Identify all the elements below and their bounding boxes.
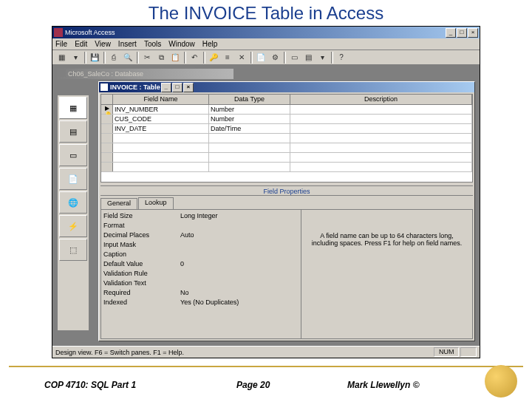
sidebar-modules[interactable]: ⬚ [59,239,87,261]
undo-button[interactable]: ↶ [188,51,201,64]
table-window-title: INVOICE : Table [110,83,160,91]
prop-value[interactable]: Auto [177,231,299,241]
data-type-cell[interactable]: Number [209,105,290,114]
table-row[interactable]: CUS_CODE Number [101,115,472,124]
table-design-window: INVOICE : Table _ □ × Field Name Data Ty… [98,81,475,341]
prop-label: Input Mask [103,241,177,250]
status-left: Design view. F6 = Switch panes. F1 = Hel… [55,349,184,356]
footer-left: COP 4710: SQL Part 1 [44,380,136,390]
delrow-button[interactable]: ✕ [235,51,248,64]
sidebar-tables[interactable]: ▦ [59,97,87,119]
access-app-window: Microsoft Access _ □ × File Edit View In… [52,26,480,358]
table-row[interactable] [101,153,472,163]
field-name-cell[interactable]: CUS_CODE [113,115,209,123]
close-button[interactable]: × [468,28,478,38]
dropdown2-icon[interactable]: ▾ [316,51,329,64]
menu-file[interactable]: File [55,40,67,48]
app-titlebar: Microsoft Access _ □ × [52,27,480,38]
table-row[interactable] [101,163,472,172]
sidebar-pages[interactable]: 🌐 [59,191,87,214]
description-cell[interactable] [290,124,472,133]
description-cell[interactable] [290,115,472,123]
prop-label: Default Value [103,260,177,270]
key-button[interactable]: 🔑 [207,51,220,64]
field-name-cell[interactable]: INV_NUMBER [113,105,209,114]
objects-sidebar: ▦ ▤ ▭ 📄 🌐 ⚡ ⬚ [57,95,89,331]
table-close-button[interactable]: × [183,83,194,92]
prop-value[interactable]: Yes (No Duplicates) [177,299,299,308]
prop-label: Required [103,289,177,299]
prop-value[interactable] [177,270,299,279]
save-button[interactable]: 💾 [88,51,101,64]
description-cell[interactable] [290,105,472,114]
data-type-cell[interactable]: Number [209,115,290,123]
prop-value[interactable] [177,222,299,231]
builder-button[interactable]: ⚙ [268,51,282,64]
menu-view[interactable]: View [95,40,111,48]
maximize-button[interactable]: □ [457,28,467,38]
prop-value[interactable]: Long Integer [177,212,299,222]
table-minimize-button[interactable]: _ [161,83,171,92]
table-row[interactable] [101,134,472,143]
table-row[interactable]: INV_DATE Date/Time [101,124,472,134]
status-num: NUM [434,347,460,357]
prop-value[interactable]: 0 [177,260,299,270]
print-button[interactable]: ⎙ [107,51,120,64]
prop-label: Field Size [103,212,177,222]
menu-help[interactable]: Help [202,40,218,48]
col-field-name[interactable]: Field Name [113,95,209,104]
sidebar-macros[interactable]: ⚡ [59,215,87,237]
table-icon [100,83,108,91]
table-maximize-button[interactable]: □ [172,83,183,92]
prop-label: Decimal Places [103,231,177,241]
newobj-button[interactable]: ▤ [301,51,315,64]
slide-title: The INVOICE Table in Access [0,0,532,25]
ucf-logo [485,365,517,398]
sidebar-forms[interactable]: ▭ [59,144,87,166]
table-row[interactable]: ▶🔑 INV_NUMBER Number [101,105,472,115]
row-selector[interactable] [101,124,113,133]
paste-button[interactable]: 📋 [168,51,182,64]
table-row[interactable] [101,143,472,153]
data-type-cell[interactable]: Date/Time [209,124,290,133]
database-window[interactable]: Ch06_SaleCo : Database [57,68,234,80]
row-selector[interactable] [101,115,113,123]
menu-window[interactable]: Window [168,40,195,48]
copy-button[interactable]: ⧉ [154,51,168,64]
cut-button[interactable]: ✂ [140,51,154,64]
rows-button[interactable]: ≡ [221,51,234,64]
status-bar: Design view. F6 = Switch panes. F1 = Hel… [52,346,480,358]
field-name-cell[interactable]: INV_DATE [113,124,209,133]
menu-tools[interactable]: Tools [144,40,161,48]
prop-label: Validation Text [103,279,177,289]
properties-list: Field SizeLong Integer Format Decimal Pl… [101,210,301,338]
props-button[interactable]: 📄 [254,51,267,64]
dbwin-button[interactable]: ▭ [287,51,301,64]
slide-footer: COP 4710: SQL Part 1 Page 20 Mark Llewel… [0,366,532,399]
pk-icon[interactable]: ▶🔑 [101,105,113,114]
minimize-button[interactable]: _ [446,28,456,38]
mdi-area: ▦ ▤ ▭ 📄 🌐 ⚡ ⬚ Ch06_SaleCo : Database INV… [52,65,480,346]
prop-label: Format [103,222,177,231]
tab-general[interactable]: General [100,198,137,210]
prop-value[interactable] [177,250,299,260]
prop-value[interactable] [177,279,299,289]
menu-edit[interactable]: Edit [75,40,87,48]
sidebar-queries[interactable]: ▤ [59,120,87,143]
menu-insert[interactable]: Insert [118,40,137,48]
tab-lookup[interactable]: Lookup [138,197,174,209]
help-text: A field name can be up to 64 characters … [301,210,472,338]
col-data-type[interactable]: Data Type [209,95,290,104]
dropdown-icon[interactable]: ▾ [69,51,82,64]
help-button[interactable]: ? [335,51,348,64]
col-description[interactable]: Description [290,95,472,104]
preview-button[interactable]: 🔍 [121,51,134,64]
status-seg [460,347,477,357]
prop-value[interactable]: No [177,289,299,299]
prop-value[interactable] [177,241,299,250]
sidebar-reports[interactable]: 📄 [59,168,87,190]
toolbar: ▦ ▾ 💾 ⎙ 🔍 ✂ ⧉ 📋 ↶ 🔑 ≡ ✕ 📄 ⚙ ▭ ▤ ▾ ? [52,50,480,65]
view-button[interactable]: ▦ [55,51,68,64]
field-properties-divider: Field Properties [100,185,473,196]
footer-center: Page 20 [236,380,270,390]
